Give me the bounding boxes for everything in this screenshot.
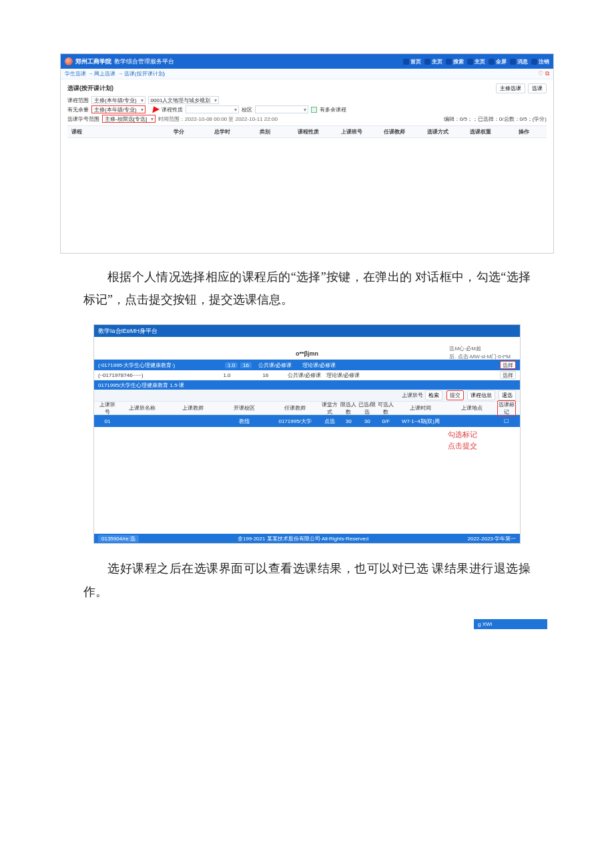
c1-select-button[interactable]: 选择 — [500, 361, 516, 369]
s2-topbar: 教学Ia合IEeMH身平台 — [94, 325, 520, 337]
select-batch[interactable]: 主修-校限选[专选] — [102, 115, 156, 123]
c2-type: 公共课/必修课 — [286, 372, 322, 379]
breadcrumb: 学生选课 → 网上选课 → 选课(按开课计划) — [65, 70, 165, 77]
app-titlebar: 郑州工商学院 教学综合管理服务平台 首页 主页 搜索 主页 全屏 消息 注销 — [61, 54, 553, 69]
footer-right: 2022-2023·学年第一 — [468, 535, 516, 542]
select-dept[interactable]: 主修(本年级/专业) — [91, 105, 145, 113]
red-arrow-annotation-icon — [149, 105, 159, 113]
panel-body: 选课(按开课计划) 主修选课 选课 课程范围 主修(本年级/专业) 0001人文… — [61, 79, 553, 253]
paragraph-2: 选好课程之后在选课界面可以查看选课结果，也可以对已选 课结果进行退选操作。 — [83, 557, 531, 602]
c1-credit: 1.0 — [225, 362, 238, 368]
breadcrumb-bar: 学生选课 → 网上选课 → 选课(按开课计划) ♡ ⧉ — [61, 69, 553, 79]
footer-mid: 全199·2021 某某技术股份有限公司·All·Rights·Reserved — [238, 535, 368, 542]
class-table-head: 上课班号 上课班名称 上课教师 开课校区 任课教师 课堂方式 限选人数 已选/限… — [94, 402, 520, 415]
subpanel-toolbar: 上课班号 检索 提交 课程信息 退选 — [94, 390, 520, 402]
meta-right: 编辑：0/5；；已选择：0/总数：0/5；(学分) — [444, 115, 547, 123]
r-campus: 教指 — [219, 418, 270, 425]
c2-name: (··0171978746······) — [98, 372, 206, 378]
btn-course-info[interactable]: 课程信息 — [467, 390, 495, 400]
label-batch: 选课学号范围 — [67, 115, 99, 123]
course-row-2[interactable]: (··0171978746······) 1.0 16 公共课/必修课 理论课/… — [94, 370, 520, 380]
btn-group[interactable]: 主修选课 — [496, 83, 525, 93]
r-classno: 01 — [98, 418, 117, 424]
panel-header: 选课(按开课计划) 主修选课 选课 — [67, 83, 547, 93]
panel-title: 选课(按开课计划) — [67, 84, 113, 93]
checkbox-label: 有多余课程 — [320, 106, 346, 113]
filter-row-2: 有无余量 主修(本年级/专业) 课程性质 校区 有多余课程 — [67, 105, 547, 113]
select-major[interactable]: 0001人文地理与城乡规划 — [148, 96, 220, 104]
c2-select-button[interactable]: 选择 — [500, 371, 516, 379]
app-title-suffix: 教学综合管理服务平台 — [114, 57, 174, 66]
th-class: 上课班号 — [330, 128, 373, 135]
panel-header-actions: 主修选课 选课 — [496, 83, 547, 93]
th-credit: 学分 — [158, 128, 201, 135]
lbl-classno: 上课班号 — [402, 392, 423, 399]
subpanel-title-text: 0171995/大学生心理健康教育 1.5·课 — [98, 382, 516, 389]
r-time: W7·1~4期(双)周 — [395, 418, 446, 425]
course-table: 课程 学分 总学时 类别 课程性质 上课班号 任课教师 选课方式 选课权重 操作 — [67, 125, 547, 138]
h-time: 上课时间 — [395, 404, 446, 412]
th-course: 课程 — [69, 128, 158, 135]
label-nature: 课程性质 — [162, 106, 183, 113]
app-title-cn: 郑州工商学院 — [75, 57, 111, 66]
r-sel: 30 — [358, 418, 376, 424]
btn-drop[interactable]: 退选 — [499, 390, 516, 400]
label-campus: 校区 — [242, 106, 252, 113]
h-avail: 可选人数 — [376, 401, 395, 416]
course-row-1[interactable]: (·0171995·大学生心理健康教育·) 1.0 16 公共课/必修课 理论课… — [94, 360, 520, 370]
btn-select[interactable]: 选课 — [528, 83, 547, 93]
th-hours: 总学时 — [201, 128, 244, 135]
h-place: 上课地点 — [446, 404, 497, 412]
th-nature: 课程性质 — [287, 128, 330, 135]
screenshot-2: 教学Ia合IEeMH身平台 o**βjmn 选M心·必M超 后. 点击-MW·s… — [93, 324, 521, 544]
th-teacher: 任课教师 — [373, 128, 416, 135]
top-icon-msg[interactable]: 消息 — [510, 58, 528, 65]
c1-hours: 16 — [240, 362, 252, 368]
top-icon-main[interactable]: 主页 — [424, 58, 442, 65]
annot-line-2: 点击提交 — [448, 440, 477, 452]
top-icon-logout[interactable]: 注销 — [531, 58, 549, 65]
screenshot-1: 郑州工商学院 教学综合管理服务平台 首页 主页 搜索 主页 全屏 消息 注销 学… — [60, 53, 554, 254]
btn-submit[interactable]: 提交 — [446, 390, 464, 400]
s3-text: g XWi — [478, 621, 492, 627]
h-teacher2: 任课教师 — [270, 404, 320, 412]
subpanel-title: 0171995/大学生心理健康教育 1.5·课 — [94, 380, 520, 390]
screenshot-3-fragment: g XWi — [474, 619, 547, 629]
select-scope[interactable]: 主修(本年级/专业) — [91, 96, 145, 104]
footer-left: 0135904/re:选 — [98, 535, 139, 542]
c1-name: (·0171995·大学生心理健康教育·) — [98, 362, 222, 369]
th-method: 选课方式 — [416, 128, 459, 135]
h-mark[interactable]: 选课标记 — [497, 400, 516, 416]
c1-nature: 理论课/必修课 — [298, 362, 340, 369]
heart-icon[interactable]: ♡ ⧉ — [538, 70, 549, 77]
s2-topbar-text: 教学Ia合IEeMH身平台 — [98, 327, 158, 336]
c1-type: 公共课/必修课 — [254, 362, 296, 369]
r-mark-checkbox[interactable]: ☐ — [497, 418, 516, 424]
r-limit: 30 — [339, 418, 358, 424]
btn-search[interactable]: 检索 — [425, 390, 442, 400]
top-icon-home[interactable]: 首页 — [403, 58, 421, 65]
filter-row-1: 课程范围 主修(本年级/专业) 0001人文地理与城乡规划 — [67, 96, 547, 104]
h-campus: 开课校区 — [219, 404, 270, 412]
red-annotation: 勾选标记 点击提交 — [448, 429, 477, 451]
filter-row-3: 选课学号范围 主修-校限选[专选] 时间范围：2022-10-08 00:00 … — [67, 115, 547, 123]
top-icon-search[interactable]: 搜索 — [446, 58, 464, 65]
th-weight: 选课权重 — [459, 128, 503, 135]
top-icon-fullscreen[interactable]: 全屏 — [489, 58, 507, 65]
top-icon-4[interactable]: 主页 — [467, 58, 485, 65]
select-nature[interactable] — [186, 105, 239, 113]
select-campus[interactable] — [255, 105, 308, 113]
time-note: 时间范围：2022-10-08 00:00 至 2022-10-11 22:00 — [158, 115, 278, 123]
h-mode: 课堂方式 — [320, 401, 339, 416]
r-mode: 点选 — [320, 418, 339, 425]
r-teacher2: 0171995/大学 — [270, 418, 320, 425]
h-teacher: 上课教师 — [168, 404, 218, 412]
subpanel-btns: 检索 提交 课程信息 退选 — [423, 390, 516, 400]
r-avail: 0/F — [376, 418, 395, 424]
paragraph-1: 根据个人情况选择相应的课程后的“选择”按键，在弹出的 对话框中，勾选“选择标记”… — [83, 266, 531, 311]
class-row[interactable]: 01 教指 0171995/大学 点选 30 30 0/F W7·1~4期(双)… — [94, 415, 520, 427]
course-table-head: 课程 学分 总学时 类别 课程性质 上课班号 任课教师 选课方式 选课权重 操作 — [67, 126, 547, 137]
label-scope: 课程范围 — [67, 97, 89, 104]
checkbox-extra[interactable] — [311, 107, 317, 113]
dialog-title: o**βjmn — [296, 350, 318, 357]
